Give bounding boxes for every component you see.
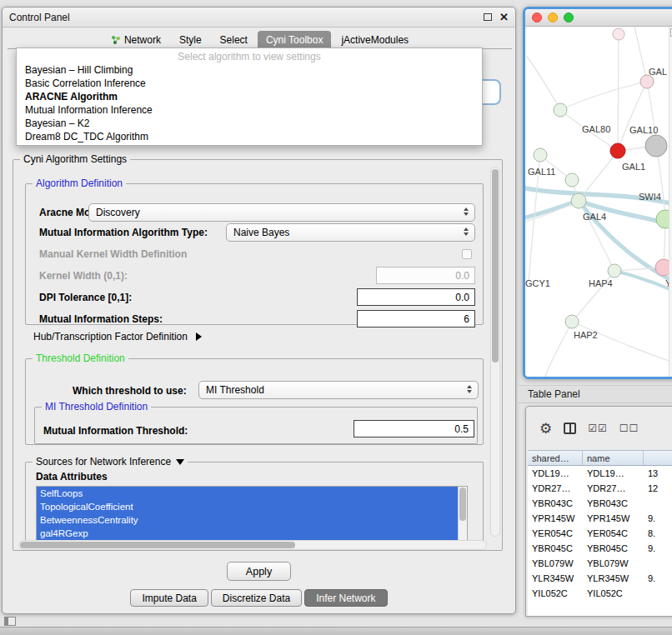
tab-label: Cyni Toolbox [266, 34, 323, 46]
mi-algorithm-type-select[interactable]: Naive Bayes [226, 223, 475, 242]
combo-arrows-icon [464, 208, 469, 216]
attribute-item[interactable]: BetweennessCentrality [37, 513, 458, 527]
manual-kernel-width-checkbox[interactable] [462, 249, 472, 259]
dpi-tolerance-input[interactable] [357, 288, 475, 306]
tab-network[interactable]: Network [103, 31, 169, 48]
table-cell: YIL052C [583, 588, 644, 598]
network-node[interactable] [608, 264, 621, 278]
manual-kernel-width-label: Manual Kernel Width Definition [39, 248, 187, 260]
column-header[interactable]: name [583, 451, 644, 465]
clear-all-checkboxes-icon[interactable]: ☐☐ [619, 422, 639, 434]
settings-hscroll-thumb[interactable] [20, 542, 295, 548]
tab-style[interactable]: Style [171, 31, 210, 48]
table-cell: YBR043C [528, 498, 583, 508]
table-body: YDL19…YDL19…13YDR27…YDR27…12YBR043CYBR04… [528, 466, 672, 601]
close-window-icon[interactable]: ✕ [499, 12, 509, 22]
network-node[interactable] [554, 103, 567, 117]
network-edge[interactable] [560, 82, 647, 110]
attribute-item[interactable]: gal4RGexp [37, 527, 458, 540]
gear-icon[interactable]: ⚙ [539, 420, 552, 437]
network-node[interactable] [571, 193, 586, 208]
control-panel-tabs: NetworkStyleSelectCyni ToolboxjActiveMod… [8, 31, 512, 49]
mi-threshold-definition-title: MI Threshold Definition [42, 401, 151, 412]
aracne-mode-select[interactable]: Discovery [88, 203, 475, 222]
algorithm-menu-item[interactable]: Bayesian – K2 [17, 117, 482, 130]
table-row[interactable]: YLR345WYLR345W9. [528, 571, 672, 586]
network-node[interactable] [645, 135, 667, 157]
table-cell: YER054C [528, 528, 583, 538]
window-title: Control Panel [9, 12, 70, 23]
algorithm-definition-title: Algorithm Definition [33, 178, 126, 189]
node-label: SWI4 [639, 192, 661, 202]
apply-button[interactable]: Apply [227, 562, 291, 581]
table-cell: YBR043C [583, 498, 644, 508]
table-cell: YDR27… [528, 483, 583, 493]
bottom-tab-discretize-data[interactable]: Discretize Data [211, 589, 302, 607]
network-edge[interactable] [572, 322, 672, 362]
kernel-width-input[interactable] [376, 267, 475, 284]
tab-select[interactable]: Select [212, 31, 256, 48]
table-row[interactable]: YPR145WYPR145W9. [528, 511, 672, 526]
sources-group: Sources for Network Inference Data Attri… [25, 462, 484, 545]
which-threshold-value: MI Threshold [206, 384, 264, 396]
table-panel-header: Table Panel [518, 385, 672, 403]
table-row[interactable]: YBL079WYBL079W [528, 556, 672, 571]
minimize-traffic-light-icon[interactable] [548, 12, 558, 22]
network-node[interactable] [610, 143, 625, 158]
table-row[interactable]: YBR045CYBR045C9. [528, 541, 672, 556]
network-edge[interactable] [618, 82, 647, 151]
table-cell: YDL19… [583, 468, 644, 478]
network-node[interactable] [640, 75, 654, 88]
table-row[interactable]: YIL052CYIL052C [528, 586, 672, 601]
cyni-algorithm-settings-group: Cyni Algorithm Settings Algorithm Defini… [13, 159, 503, 551]
column-header[interactable]: shared… [528, 451, 583, 465]
zoom-traffic-light-icon[interactable] [564, 12, 574, 22]
data-attributes-items: SelfLoopsTopologicalCoefficientBetweenne… [37, 487, 467, 540]
mi-steps-input[interactable] [357, 310, 475, 328]
network-canvas[interactable]: GALGAL80GAL10GAL11GAL1SWI4GAL4GCY1HAP4HA… [525, 27, 672, 377]
network-edge[interactable] [618, 34, 619, 151]
mi-threshold-label: Mutual Information Threshold: [43, 425, 188, 437]
tab-cyni-toolbox[interactable]: Cyni Toolbox [258, 31, 331, 48]
algorithm-menu-item[interactable]: Basic Correlation Inference [17, 77, 482, 90]
tab-jactivemodules[interactable]: jActiveModules [333, 31, 417, 48]
table-row[interactable]: YDL19…YDL19…13 [528, 466, 672, 481]
network-edge[interactable] [527, 57, 560, 110]
close-traffic-light-icon[interactable] [532, 12, 542, 22]
show-panel-icon[interactable] [4, 617, 16, 626]
hub-definition-toggle[interactable]: Hub/Transcription Factor Definition [33, 331, 202, 342]
table-cell: YBR045C [583, 543, 644, 553]
sources-title[interactable]: Sources for Network Inference [33, 456, 188, 468]
bottom-tab-impute-data[interactable]: Impute Data [130, 589, 208, 607]
column-header[interactable] [644, 451, 672, 465]
network-node[interactable] [565, 173, 579, 187]
float-window-icon[interactable] [484, 13, 492, 21]
attributes-scrollbar-thumb[interactable] [459, 488, 466, 521]
table-row[interactable]: YBR043CYBR043C [528, 496, 672, 511]
network-edge[interactable] [525, 201, 579, 218]
table-row[interactable]: YER054CYER054C8. [528, 526, 672, 541]
node-label: GAL80 [582, 124, 610, 134]
columns-icon[interactable] [564, 422, 576, 434]
which-threshold-select[interactable]: MI Threshold [198, 381, 479, 399]
algorithm-menu-item[interactable]: ARACNE Algorithm [17, 90, 482, 103]
node-label: HAP4 [589, 278, 613, 288]
network-edge[interactable] [544, 322, 572, 379]
attribute-item[interactable]: TopologicalCoefficient [37, 500, 458, 513]
bottom-tab-infer-network[interactable]: Infer Network [304, 589, 387, 607]
attribute-item[interactable]: SelfLoops [37, 487, 458, 500]
settings-vscroll-thumb[interactable] [492, 169, 499, 362]
table-row[interactable]: YDR27…YDR27…12 [528, 481, 672, 496]
network-node[interactable] [534, 148, 547, 162]
table-cell: YPR145W [583, 513, 644, 523]
algorithm-menu-item[interactable]: Mutual Information Inference [17, 103, 482, 117]
select-all-checkboxes-icon[interactable]: ☑☑ [588, 422, 608, 434]
algorithm-menu-item[interactable]: Dream8 DC_TDC Algorithm [17, 130, 482, 143]
network-node[interactable] [565, 315, 579, 328]
network-edge[interactable] [634, 27, 647, 82]
mi-threshold-input[interactable] [354, 420, 474, 438]
network-node[interactable] [613, 28, 624, 40]
network-window-titlebar [525, 9, 672, 27]
table-cell: YER054C [583, 528, 644, 538]
algorithm-menu-item[interactable]: Bayesian – Hill Climbing [17, 63, 482, 77]
